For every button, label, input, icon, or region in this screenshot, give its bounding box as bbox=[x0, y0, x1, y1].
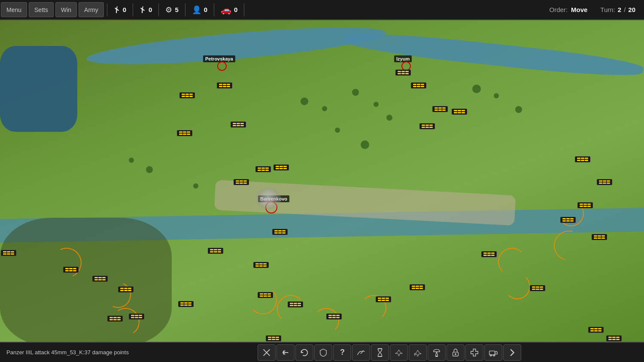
tree-10 bbox=[515, 106, 522, 113]
parachute-icon bbox=[432, 348, 441, 357]
unit-tag-30[interactable] bbox=[575, 156, 590, 162]
order-section: Order: Move bbox=[549, 6, 587, 13]
unit-tag-27[interactable] bbox=[410, 284, 425, 290]
tree-8 bbox=[472, 85, 481, 93]
stat-value-4: 0 bbox=[204, 6, 207, 13]
unit-tag-24[interactable] bbox=[266, 335, 281, 341]
unit-tag-23[interactable] bbox=[288, 301, 303, 307]
svg-point-18 bbox=[490, 354, 492, 356]
turn-current: 2 bbox=[618, 6, 621, 13]
tree-3 bbox=[352, 89, 359, 96]
tree-6 bbox=[335, 128, 340, 133]
unit-tag-1[interactable] bbox=[217, 82, 232, 88]
unit-tag-18[interactable] bbox=[118, 286, 134, 292]
unit-tag-25[interactable] bbox=[326, 313, 342, 319]
heal-button[interactable] bbox=[465, 344, 483, 361]
unit-tag-19[interactable] bbox=[129, 313, 144, 319]
stat-value-2: 0 bbox=[149, 6, 152, 13]
unit-tag-3[interactable] bbox=[177, 130, 192, 136]
unit-tag-35[interactable] bbox=[588, 327, 604, 333]
unit-tag-37[interactable] bbox=[1, 250, 16, 256]
unit-tag-34[interactable] bbox=[560, 217, 576, 223]
supply-button[interactable] bbox=[484, 344, 502, 361]
unit-tag-16[interactable] bbox=[63, 267, 79, 273]
casualties-icon-2: ✗ bbox=[138, 4, 148, 15]
casualties-icon-1: ✗ bbox=[112, 4, 122, 15]
unit-tag-31[interactable] bbox=[597, 179, 612, 185]
info-button[interactable]: ? bbox=[333, 344, 351, 361]
unit-tag-20[interactable] bbox=[107, 316, 123, 322]
parachute-button[interactable] bbox=[428, 344, 446, 361]
separator-6 bbox=[244, 3, 244, 16]
separator-2 bbox=[133, 3, 133, 16]
unit-tag-29[interactable] bbox=[530, 285, 545, 291]
svg-line-11 bbox=[437, 352, 438, 356]
unit-tag-22[interactable] bbox=[258, 292, 273, 298]
unit-tag-21[interactable] bbox=[178, 301, 194, 307]
menu-button[interactable]: Menu bbox=[1, 2, 27, 17]
unit-tag-28[interactable] bbox=[481, 251, 497, 257]
unit-tag-26[interactable] bbox=[376, 296, 391, 302]
artillery-icon: ⚙ bbox=[165, 5, 172, 15]
attack-button[interactable] bbox=[258, 344, 276, 361]
tree-13 bbox=[193, 183, 198, 189]
unit-tag-15[interactable] bbox=[272, 229, 288, 235]
lock-icon bbox=[451, 348, 460, 357]
unit-tag-10[interactable] bbox=[234, 179, 249, 185]
unit-tag-12[interactable] bbox=[273, 164, 289, 170]
army-button[interactable]: Army bbox=[79, 2, 104, 17]
svg-point-19 bbox=[493, 354, 495, 356]
unit-tag-17[interactable] bbox=[92, 276, 108, 282]
unit-tag-36[interactable] bbox=[606, 335, 622, 341]
arc-4 bbox=[249, 286, 277, 314]
unit-tag-9[interactable] bbox=[419, 123, 435, 129]
air-support-button[interactable] bbox=[390, 344, 408, 361]
stat-infantry: 👤 0 bbox=[192, 5, 207, 15]
unit-tag-32[interactable] bbox=[577, 202, 593, 208]
undo-button[interactable] bbox=[295, 344, 313, 361]
hide-icon bbox=[356, 348, 366, 357]
separator-4 bbox=[185, 3, 185, 16]
unit-tag-7[interactable] bbox=[432, 106, 448, 112]
infantry-icon: 👤 bbox=[192, 5, 201, 15]
defend-button[interactable] bbox=[314, 344, 332, 361]
stat-vehicle: 🚗 0 bbox=[221, 5, 237, 15]
supply-icon bbox=[489, 348, 498, 357]
tree-1 bbox=[301, 97, 308, 105]
arc-8 bbox=[498, 248, 526, 276]
stat-value-1: 0 bbox=[123, 6, 126, 13]
stat-value-3: 5 bbox=[175, 6, 178, 13]
setts-button[interactable]: Setts bbox=[29, 2, 54, 17]
map-area[interactable]: Petrovskaya Izyum Barvenkovo bbox=[0, 20, 644, 342]
bottom-bar: Panzer IIIL attack 45mm_53_K:37 damage p… bbox=[0, 342, 644, 362]
order-label: Order: bbox=[549, 6, 568, 13]
unit-tag-6[interactable] bbox=[411, 82, 426, 88]
unit-tag-8[interactable] bbox=[452, 109, 467, 115]
attack-icon bbox=[262, 348, 271, 357]
svg-rect-14 bbox=[436, 356, 438, 357]
wait-button[interactable] bbox=[371, 344, 389, 361]
unit-tag-14[interactable] bbox=[253, 262, 269, 268]
hide-button[interactable] bbox=[352, 344, 370, 361]
win-button[interactable]: Win bbox=[55, 2, 77, 17]
unit-tag-11[interactable] bbox=[255, 166, 271, 172]
unit-tag-33[interactable] bbox=[592, 234, 607, 240]
heal-icon bbox=[470, 348, 479, 357]
tree-5 bbox=[386, 115, 392, 121]
air-support-icon bbox=[394, 348, 404, 357]
lock-button[interactable] bbox=[447, 344, 465, 361]
petrovskaya-indicator bbox=[217, 61, 227, 71]
unit-tag-13[interactable] bbox=[208, 248, 223, 254]
status-text: Panzer IIIL attack 45mm_53_K:37 damage p… bbox=[0, 349, 135, 356]
dark-land-left bbox=[0, 218, 172, 342]
explosion-smoke bbox=[255, 188, 281, 209]
unit-tag-4[interactable] bbox=[231, 122, 246, 128]
move-back-button[interactable] bbox=[276, 344, 295, 361]
bomb-button[interactable] bbox=[409, 344, 427, 361]
unit-tag-2[interactable] bbox=[179, 92, 195, 98]
stat-artillery: ⚙ 5 bbox=[165, 5, 178, 15]
separator-1 bbox=[107, 3, 107, 16]
next-button[interactable] bbox=[503, 344, 521, 361]
unit-tag-5[interactable] bbox=[395, 70, 411, 76]
defend-icon bbox=[319, 348, 328, 357]
